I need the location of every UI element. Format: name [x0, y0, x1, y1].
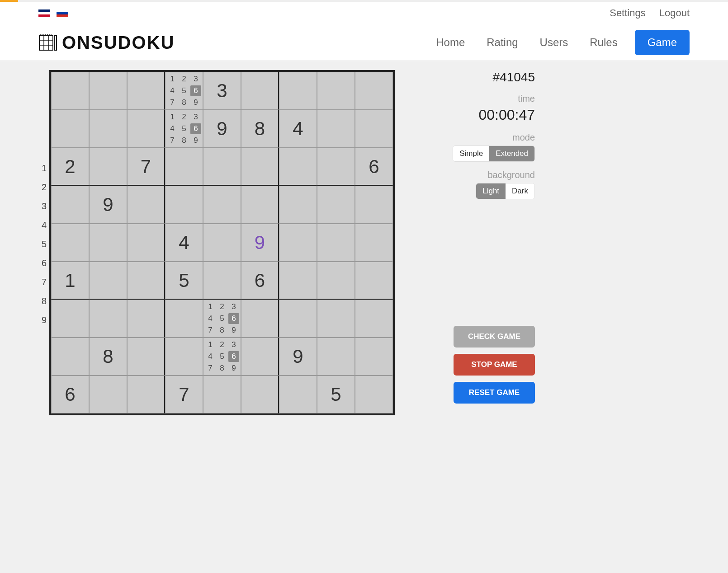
cell-r8-c5[interactable] [241, 376, 279, 413]
candidate-1[interactable]: 1 [167, 112, 178, 122]
nav-home[interactable]: Home [431, 30, 469, 55]
cell-r6-c6[interactable] [279, 300, 317, 338]
cell-r7-c6[interactable]: 9 [279, 338, 317, 376]
cell-r4-c1[interactable] [89, 224, 127, 262]
candidate-8[interactable]: 8 [179, 97, 189, 108]
flag-ru-icon[interactable] [57, 9, 68, 17]
cell-r4-c7[interactable] [317, 224, 355, 262]
logout-link[interactable]: Logout [659, 7, 690, 19]
candidate-2[interactable]: 2 [179, 112, 189, 122]
sudoku-board[interactable]: 1234567893123456789984276949156123456789… [49, 70, 395, 415]
cell-r2-c2[interactable]: 7 [127, 148, 165, 186]
cell-r0-c6[interactable] [279, 72, 317, 110]
cell-r4-c0[interactable] [51, 224, 89, 262]
number-picker-4[interactable]: 4 [38, 216, 47, 235]
cell-r2-c8[interactable]: 6 [355, 148, 393, 186]
candidate-5[interactable]: 5 [217, 351, 227, 362]
number-picker-7[interactable]: 7 [38, 272, 47, 291]
stop-game-button[interactable]: STOP GAME [454, 354, 535, 376]
candidate-6[interactable]: 6 [190, 123, 201, 134]
cell-r5-c4[interactable] [203, 262, 241, 300]
cell-r3-c3[interactable] [165, 186, 203, 224]
cell-r8-c4[interactable] [203, 376, 241, 413]
cell-r0-c4[interactable]: 3 [203, 72, 241, 110]
cell-r2-c5[interactable] [241, 148, 279, 186]
candidate-9[interactable]: 9 [190, 135, 201, 146]
cell-r0-c0[interactable] [51, 72, 89, 110]
candidate-9[interactable]: 9 [190, 97, 201, 108]
cell-r8-c3[interactable]: 7 [165, 376, 203, 413]
cell-r6-c1[interactable] [89, 300, 127, 338]
cell-r0-c5[interactable] [241, 72, 279, 110]
candidate-3[interactable]: 3 [228, 301, 239, 312]
cell-r6-c0[interactable] [51, 300, 89, 338]
candidate-3[interactable]: 3 [190, 74, 201, 85]
cell-r1-c5[interactable]: 8 [241, 110, 279, 148]
cell-r1-c3[interactable]: 123456789 [165, 110, 203, 148]
candidate-2[interactable]: 2 [179, 74, 189, 85]
cell-r6-c5[interactable] [241, 300, 279, 338]
cell-r7-c4[interactable]: 123456789 [203, 338, 241, 376]
candidate-8[interactable]: 8 [217, 363, 227, 374]
cell-r5-c1[interactable] [89, 262, 127, 300]
candidate-4[interactable]: 4 [167, 85, 178, 96]
cell-r6-c2[interactable] [127, 300, 165, 338]
cell-r2-c0[interactable]: 2 [51, 148, 89, 186]
cell-r1-c4[interactable]: 9 [203, 110, 241, 148]
cell-r4-c6[interactable] [279, 224, 317, 262]
candidate-9[interactable]: 9 [228, 325, 239, 336]
cell-r2-c6[interactable] [279, 148, 317, 186]
cell-r4-c3[interactable]: 4 [165, 224, 203, 262]
cell-r7-c1[interactable]: 8 [89, 338, 127, 376]
cell-r0-c8[interactable] [355, 72, 393, 110]
nav-rating[interactable]: Rating [482, 30, 522, 55]
cell-r3-c1[interactable]: 9 [89, 186, 127, 224]
cell-r4-c8[interactable] [355, 224, 393, 262]
cell-r1-c2[interactable] [127, 110, 165, 148]
candidate-1[interactable]: 1 [167, 74, 178, 85]
cell-r7-c0[interactable] [51, 338, 89, 376]
cell-r0-c1[interactable] [89, 72, 127, 110]
candidate-3[interactable]: 3 [190, 112, 201, 122]
candidate-7[interactable]: 7 [205, 325, 216, 336]
cell-r7-c3[interactable] [165, 338, 203, 376]
cell-r3-c6[interactable] [279, 186, 317, 224]
cell-r4-c4[interactable] [203, 224, 241, 262]
cell-r7-c2[interactable] [127, 338, 165, 376]
cell-r3-c8[interactable] [355, 186, 393, 224]
cell-r4-c5[interactable]: 9 [241, 224, 279, 262]
cell-r2-c4[interactable] [203, 148, 241, 186]
cell-r3-c5[interactable] [241, 186, 279, 224]
candidate-9[interactable]: 9 [228, 363, 239, 374]
cell-r1-c7[interactable] [317, 110, 355, 148]
cell-r8-c2[interactable] [127, 376, 165, 413]
cell-r2-c7[interactable] [317, 148, 355, 186]
number-picker-2[interactable]: 2 [38, 178, 47, 197]
nav-game[interactable]: Game [635, 30, 690, 55]
candidate-8[interactable]: 8 [217, 325, 227, 336]
number-picker-6[interactable]: 6 [38, 254, 47, 272]
cell-r5-c2[interactable] [127, 262, 165, 300]
candidate-7[interactable]: 7 [167, 135, 178, 146]
nav-users[interactable]: Users [535, 30, 573, 55]
flag-uk-icon[interactable] [38, 9, 50, 17]
cell-r2-c1[interactable] [89, 148, 127, 186]
check-game-button[interactable]: CHECK GAME [454, 326, 535, 348]
candidate-1[interactable]: 1 [205, 339, 216, 350]
cell-r1-c8[interactable] [355, 110, 393, 148]
logo[interactable]: ONSUDOKU [38, 33, 175, 53]
candidate-2[interactable]: 2 [217, 301, 227, 312]
reset-game-button[interactable]: RESET GAME [454, 382, 535, 404]
number-picker-8[interactable]: 8 [38, 291, 47, 310]
bg-dark-button[interactable]: Dark [506, 183, 534, 199]
cell-r1-c6[interactable]: 4 [279, 110, 317, 148]
cell-r8-c0[interactable]: 6 [51, 376, 89, 413]
cell-r5-c3[interactable]: 5 [165, 262, 203, 300]
cell-r6-c7[interactable] [317, 300, 355, 338]
candidate-7[interactable]: 7 [205, 363, 216, 374]
cell-r6-c4[interactable]: 123456789 [203, 300, 241, 338]
cell-r7-c5[interactable] [241, 338, 279, 376]
cell-r3-c2[interactable] [127, 186, 165, 224]
candidate-6[interactable]: 6 [190, 85, 201, 96]
candidate-1[interactable]: 1 [205, 301, 216, 312]
